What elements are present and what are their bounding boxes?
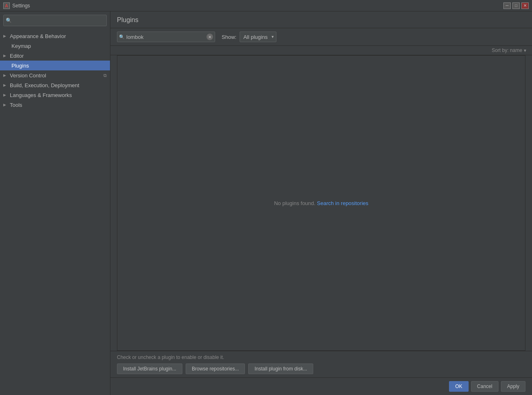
sidebar-item-languages[interactable]: ▶ Languages & Frameworks <box>0 90 110 100</box>
show-dropdown[interactable]: All plugins Enabled Disabled Bundled Cus… <box>240 32 276 42</box>
sidebar-item-plugins[interactable]: Plugins <box>0 61 110 70</box>
dialog-footer: OK Cancel Apply <box>110 377 532 395</box>
close-button[interactable]: ✕ <box>521 2 529 9</box>
main-container: 🔍 ▶ Appearance & Behavior Keymap ▶ Edito… <box>0 11 532 395</box>
footer-hint: Check or uncheck a plugin to enable or d… <box>117 354 525 360</box>
no-plugins-message: No plugins found. Search in repositories <box>274 200 368 206</box>
chevron-right-icon: ▶ <box>3 93 9 97</box>
sidebar-item-tools[interactable]: ▶ Tools <box>0 100 110 110</box>
sidebar-item-version-control[interactable]: ▶ Version Control ⧉ <box>0 70 110 80</box>
sidebar-item-label: Appearance & Behavior <box>10 33 107 39</box>
sidebar-nav: ▶ Appearance & Behavior Keymap ▶ Editor … <box>0 29 110 395</box>
sidebar-item-label: Version Control <box>10 72 102 79</box>
show-label: Show: <box>222 34 236 40</box>
sidebar-item-build[interactable]: ▶ Build, Execution, Deployment <box>0 80 110 90</box>
chevron-right-icon: ▶ <box>3 34 9 38</box>
browse-repositories-button[interactable]: Browse repositories... <box>186 363 245 374</box>
sort-arrow-icon: ▼ <box>523 48 527 53</box>
content-header: Plugins <box>110 11 532 28</box>
sidebar-item-editor[interactable]: ▶ Editor <box>0 51 110 61</box>
sort-bar: Sort by: name ▼ <box>110 46 532 55</box>
browse-repos-label: Browse repositories... <box>192 366 239 372</box>
copy-icon: ⧉ <box>103 73 107 78</box>
chevron-right-icon: ▶ <box>3 83 9 87</box>
chevron-right-icon: ▶ <box>3 73 9 77</box>
sidebar-item-appearance[interactable]: ▶ Appearance & Behavior <box>0 31 110 41</box>
content-footer: Check or uncheck a plugin to enable or d… <box>110 351 532 377</box>
plugin-search-wrap: 🔍 ✕ <box>117 32 215 42</box>
clear-search-button[interactable]: ✕ <box>207 34 213 40</box>
search-in-repositories-link[interactable]: Search in repositories <box>317 200 368 206</box>
window-title: Settings <box>12 3 30 9</box>
plugin-search-input[interactable] <box>117 32 215 42</box>
apply-button[interactable]: Apply <box>501 381 525 392</box>
sidebar: 🔍 ▶ Appearance & Behavior Keymap ▶ Edito… <box>0 11 110 395</box>
sort-by-link[interactable]: Sort by: name <box>492 47 522 53</box>
chevron-right-icon: ▶ <box>3 103 9 107</box>
sidebar-search-wrap: 🔍 <box>3 15 107 26</box>
ok-button[interactable]: OK <box>449 381 468 392</box>
sidebar-item-label: Plugins <box>11 63 107 69</box>
show-dropdown-wrap: All plugins Enabled Disabled Bundled Cus… <box>240 32 276 42</box>
content-area: Plugins 🔍 ✕ Show: All plugins Enabled Di… <box>110 11 532 395</box>
install-from-disk-button[interactable]: Install plugin from disk... <box>248 363 313 374</box>
sidebar-item-label: Keymap <box>11 43 107 49</box>
window-controls: ─ □ ✕ <box>503 2 529 9</box>
sidebar-item-keymap[interactable]: Keymap <box>0 41 110 51</box>
plugin-list-area: No plugins found. Search in repositories <box>117 55 525 351</box>
sidebar-search-icon: 🔍 <box>6 18 12 23</box>
maximize-button[interactable]: □ <box>512 2 520 9</box>
plugins-toolbar: 🔍 ✕ Show: All plugins Enabled Disabled B… <box>110 28 532 46</box>
plugin-search-icon: 🔍 <box>119 34 125 40</box>
footer-buttons: Install JetBrains plugin... Browse repos… <box>117 363 525 374</box>
app-icon: A <box>3 2 10 9</box>
minimize-button[interactable]: ─ <box>503 2 511 9</box>
install-jetbrains-button[interactable]: Install JetBrains plugin... <box>117 363 182 374</box>
chevron-right-icon: ▶ <box>3 54 9 58</box>
page-title: Plugins <box>117 16 138 23</box>
sidebar-item-label: Build, Execution, Deployment <box>10 82 107 88</box>
no-plugins-text: No plugins found. <box>274 200 315 206</box>
sidebar-item-label: Languages & Frameworks <box>10 92 107 98</box>
sidebar-search-input[interactable] <box>3 15 107 26</box>
cancel-button[interactable]: Cancel <box>471 381 498 392</box>
sidebar-item-label: Editor <box>10 53 107 59</box>
sidebar-item-label: Tools <box>10 102 107 108</box>
title-bar: A Settings ─ □ ✕ <box>0 0 532 11</box>
